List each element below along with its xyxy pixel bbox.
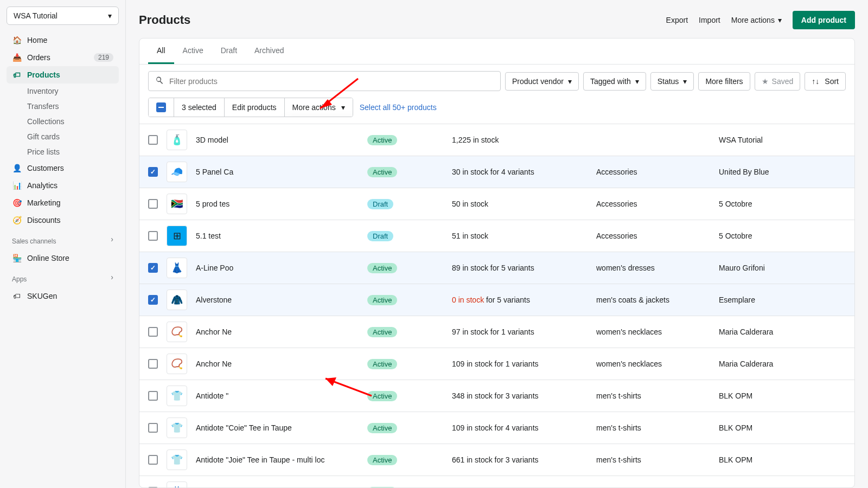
product-name[interactable]: A-Line Poo (196, 264, 359, 272)
table-row[interactable]: ⊞ 5.1 test Draft 51 in stock Accessories… (139, 220, 854, 252)
nav-discounts[interactable]: 🧭Discounts (7, 211, 119, 229)
star-icon: ★ (762, 77, 769, 86)
product-inventory: 51 in stock (452, 232, 588, 240)
selection-count: 3 selected (174, 98, 225, 117)
row-checkbox[interactable] (148, 263, 158, 273)
row-checkbox[interactable] (148, 487, 158, 487)
table-row[interactable]: 🧢 5 Panel Ca Active 30 in stock for 4 va… (139, 156, 854, 188)
add-product-button[interactable]: Add product (793, 11, 855, 29)
product-type: men's t-shirts (596, 391, 710, 400)
header-actions: Export Import More actions ▾ Add product (666, 11, 855, 29)
row-checkbox[interactable] (148, 455, 158, 465)
filter-tagged[interactable]: Tagged with ▾ (583, 72, 646, 91)
product-name[interactable]: Anchor Ne (196, 359, 359, 368)
store-name: WSA Tutorial (14, 11, 58, 20)
nav-online-store[interactable]: 🏪 Online Store (7, 249, 119, 267)
product-name[interactable]: 5 Panel Ca (196, 168, 359, 176)
chevron-right-icon[interactable]: › (111, 235, 113, 243)
nav-sub-inventory[interactable]: Inventory (7, 84, 119, 99)
row-checkbox[interactable] (148, 295, 158, 305)
table-row[interactable]: 👗 Asymmetric Dress in Black 16kg Bis Act… (139, 476, 854, 487)
product-status: Draft (367, 231, 443, 241)
nav-analytics[interactable]: 📊Analytics (7, 177, 119, 194)
table-row[interactable]: 👕 Antidote "Joie" Tee in Taupe - multi l… (139, 444, 854, 476)
row-checkbox[interactable] (148, 423, 158, 433)
row-checkbox[interactable] (148, 167, 158, 177)
row-checkbox[interactable] (148, 135, 158, 145)
tab-archived[interactable]: Archived (246, 38, 292, 64)
discounts-icon: 🧭 (12, 215, 22, 225)
more-actions-link[interactable]: More actions ▾ (731, 16, 782, 24)
nav-label: Discounts (27, 216, 60, 224)
search-input[interactable] (169, 77, 494, 86)
table-row[interactable]: 👗 A-Line Poo Active 89 in stock for 5 va… (139, 252, 854, 284)
store-selector[interactable]: WSA Tutorial ▾ (7, 7, 119, 25)
nav-sub-transfers[interactable]: Transfers (7, 99, 119, 114)
product-name[interactable]: Anchor Ne (196, 328, 359, 336)
nav-badge: 219 (94, 53, 113, 62)
search-input-wrap[interactable] (148, 71, 501, 91)
product-inventory: 0 in stock for 5 variants (452, 296, 588, 304)
chevron-right-icon[interactable]: › (111, 273, 113, 281)
table-row[interactable]: 🧥 Alverstone Active 0 in stock for 5 var… (139, 284, 854, 316)
saved-button[interactable]: ★ Saved (755, 72, 801, 91)
tab-active[interactable]: Active (174, 38, 212, 64)
table-row[interactable]: 📿 Anchor Ne Active 109 in stock for 1 va… (139, 348, 854, 380)
nav-orders[interactable]: 📥Orders219 (7, 49, 119, 66)
nav-products[interactable]: 🏷Products (7, 66, 119, 84)
tab-draft[interactable]: Draft (212, 38, 246, 64)
product-vendor: BLK OPM (719, 423, 846, 432)
product-name[interactable]: Antidote " (196, 391, 359, 400)
product-vendor: BLK OPM (719, 455, 846, 464)
nav-customers[interactable]: 👤Customers (7, 159, 119, 177)
product-type: Accessories (596, 200, 710, 208)
import-link[interactable]: Import (699, 16, 720, 24)
products-card: AllActiveDraftArchived Product vendor ▾ … (139, 38, 855, 488)
row-checkbox[interactable] (148, 359, 158, 369)
product-name[interactable]: 5.1 test (196, 232, 359, 240)
table-row[interactable]: 🇿🇦 5 prod tes Draft 50 in stock Accessor… (139, 188, 854, 220)
tabs: AllActiveDraftArchived (139, 38, 854, 65)
row-checkbox[interactable] (148, 199, 158, 209)
product-name[interactable]: Antidote "Joie" Tee in Taupe - multi loc (196, 455, 359, 464)
nav-sub-price-lists[interactable]: Price lists (7, 144, 119, 159)
filter-status[interactable]: Status ▾ (650, 72, 694, 91)
product-thumbnail: 🧢 (167, 162, 187, 182)
select-all-link[interactable]: Select all 50+ products (360, 103, 437, 112)
product-type: women's necklaces (596, 328, 710, 336)
product-name[interactable]: 3D model (196, 136, 359, 144)
product-type: men's coats & jackets (596, 296, 710, 304)
sort-button[interactable]: ↑↓Sort (805, 72, 846, 91)
caret-down-icon: ▾ (635, 77, 639, 86)
orders-icon: 📥 (12, 53, 22, 62)
selection-checkbox-cell[interactable] (149, 98, 174, 117)
table-row[interactable]: 👕 Antidote " Active 348 in stock for 3 v… (139, 380, 854, 412)
table-row[interactable]: 🧴 3D model Active 1,225 in stock WSA Tut… (139, 124, 854, 156)
filter-more[interactable]: More filters (698, 72, 750, 91)
product-name[interactable]: 5 prod tes (196, 200, 359, 208)
filter-vendor[interactable]: Product vendor ▾ (505, 72, 579, 91)
edit-products-button[interactable]: Edit products (225, 98, 285, 117)
selection-group: 3 selected Edit products More actions ▾ … (148, 98, 353, 117)
nav-app-skugen[interactable]: 🏷 SKUGen (7, 287, 119, 305)
product-inventory: 30 in stock for 4 variants (452, 168, 588, 176)
tab-all[interactable]: All (148, 38, 174, 64)
nav-marketing[interactable]: 🎯Marketing (7, 194, 119, 211)
nav-home[interactable]: 🏠Home (7, 31, 119, 49)
row-checkbox[interactable] (148, 231, 158, 241)
table-row[interactable]: 📿 Anchor Ne Active 97 in stock for 1 var… (139, 316, 854, 348)
row-checkbox[interactable] (148, 327, 158, 337)
product-name[interactable]: Antidote "Coie" Tee in Taupe (196, 423, 359, 432)
nav-sub-gift-cards[interactable]: Gift cards (7, 129, 119, 144)
product-vendor: Maria Calderara (719, 328, 846, 336)
nav-sub-collections[interactable]: Collections (7, 114, 119, 129)
product-status: Draft (367, 199, 443, 209)
bulk-more-actions[interactable]: More actions ▾ Remove available channel(… (285, 98, 353, 117)
product-name[interactable]: Alverstone (196, 296, 359, 304)
table-row[interactable]: 👕 Antidote "Coie" Tee in Taupe Active 10… (139, 412, 854, 444)
export-link[interactable]: Export (666, 16, 688, 24)
product-type: men's t-shirts (596, 423, 710, 432)
product-status: Active (367, 327, 443, 337)
row-checkbox[interactable] (148, 391, 158, 401)
product-status: Active (367, 135, 443, 145)
